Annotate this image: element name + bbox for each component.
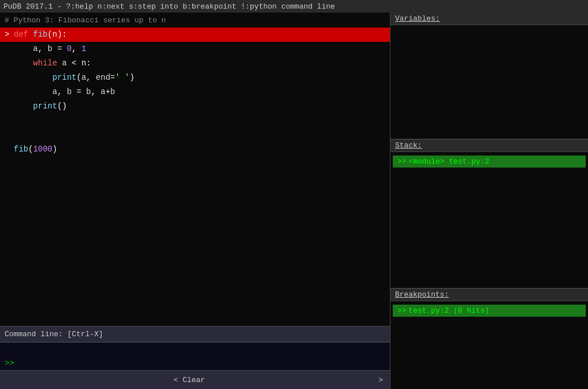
code-line-6: print() [0,99,390,114]
top-menu-bar: PuDB 2017.1 - ?:help n:next s:step into … [0,0,588,13]
stack-label: Stack: [390,139,588,152]
code-content-4: print(a, end=' ') [14,72,134,84]
code-area[interactable]: > def fib(n): a, b = 0, 1 while a < n: p… [0,28,390,326]
bottom-toolbar: < Clear > [0,370,390,389]
main-layout: # Python 3: Fibonacci series up to n > d… [0,13,588,389]
code-comment: # Python 3: Fibonacci series up to n [0,13,390,28]
code-content-1: def fib(n): [14,29,67,41]
breakpoints-section: Breakpoints: >> test.py:2 (0 hits) [390,288,588,380]
prompt-area[interactable]: >> [0,343,390,370]
code-content-2: a, b = 0, 1 [14,43,86,55]
bp-entry-0[interactable]: >> test.py:2 (0 hits) [393,305,586,317]
code-line-1: > def fib(n): [0,28,390,42]
variables-content [390,25,588,139]
code-line-5: a, b = b, a+b [0,85,390,99]
code-line-2: a, b = 0, 1 [0,42,390,56]
right-panel: Variables: Stack: >> <module> test.py:2 … [390,13,588,389]
bp-entry-arrow: >> [397,306,407,315]
stack-entry-0[interactable]: >> <module> test.py:2 [393,155,586,168]
breakpoints-content: >> test.py:2 (0 hits) [390,301,588,380]
code-content-6: print() [14,100,67,112]
bp-entry-text: test.py:2 (0 hits) [409,306,489,315]
breakpoints-label: Breakpoints: [390,289,588,301]
stack-section: Stack: >> <module> test.py:2 [390,139,588,288]
stack-entry-arrow: >> [397,157,407,166]
variables-section: Variables: [390,13,588,139]
code-line-3: while a < n: [0,56,390,71]
code-content-3: while a < n: [14,57,91,69]
code-line-fib-call: fib(1000) [0,142,390,157]
top-bar-text: PuDB 2017.1 - ?:help n:next s:step into … [3,2,335,11]
code-line-4: print(a, end=' ') [0,71,390,85]
stack-content: >> <module> test.py:2 [390,152,588,288]
code-content-5: a, b = b, a+b [14,86,115,98]
code-content-fib: fib(1000) [14,143,57,155]
variables-label: Variables: [390,13,588,25]
clear-button[interactable]: < Clear [173,376,205,384]
bottom-area: Command line: [Ctrl-X] >> < Clear > [0,326,390,389]
current-arrow: > [5,29,13,41]
command-line-bar: Command line: [Ctrl-X] [0,326,390,343]
code-line-blank1 [0,114,390,128]
prompt-text: >> [5,359,14,368]
stack-entry-text: <module> test.py:2 [409,157,489,166]
left-panel: # Python 3: Fibonacci series up to n > d… [0,13,390,389]
code-line-blank2 [0,128,390,142]
toolbar-arrow[interactable]: > [378,376,383,384]
command-line-label: Command line: [Ctrl-X] [5,330,103,339]
